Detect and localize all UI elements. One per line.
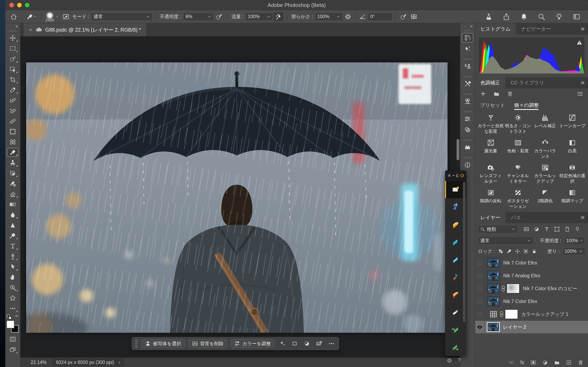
dock-grip[interactable] (463, 93, 472, 95)
lock-paint-icon[interactable] (507, 249, 512, 254)
brush-preset-button[interactable] (25, 12, 38, 22)
screen-mode-button[interactable] (7, 345, 18, 354)
layer-styles-fx-icon[interactable]: fx (520, 359, 524, 365)
adjustments-sliders-panel-button[interactable] (462, 114, 473, 124)
adjustment-gradient-map[interactable]: 階調マップ (559, 189, 586, 209)
dock-grip[interactable] (463, 58, 472, 60)
adjustment-photo-filter[interactable]: レンズフィルター (477, 164, 504, 184)
help-icon[interactable]: ? (458, 357, 461, 364)
adjustment-hue-saturation[interactable]: 色相・彩度 (504, 139, 531, 159)
layer-filter-select[interactable]: 種類 (478, 225, 518, 233)
quick-mask-button[interactable] (7, 334, 18, 343)
generative-panel-button[interactable] (462, 44, 473, 53)
move-tool[interactable] (7, 33, 18, 42)
panel-menu-icon[interactable] (580, 26, 586, 31)
panel-layout-icon[interactable] (456, 173, 460, 178)
dock-grip[interactable] (463, 30, 472, 31)
canvas-area[interactable]: 被写体を選択 背景を削除 カラーを調整 22.14% 9324 px x 600… (20, 36, 460, 367)
filter-pin-icon[interactable] (575, 226, 580, 232)
default-colors-icon[interactable] (7, 315, 11, 319)
add-image-button[interactable] (315, 339, 323, 348)
add-adjustment-plus-icon[interactable] (480, 91, 486, 97)
smoothing-select[interactable]: 100% (315, 13, 343, 21)
eye-icon[interactable] (477, 324, 483, 330)
tab-adjustments[interactable]: 色調補正 (475, 77, 505, 89)
path-selection-tool[interactable] (7, 262, 18, 271)
airbrush-toggle-button[interactable] (273, 12, 284, 22)
tab-histogram[interactable]: ヒストグラム (475, 23, 516, 35)
type-tool[interactable] (7, 242, 18, 250)
toggle-brush-settings-button[interactable] (61, 12, 71, 22)
sharpen-tool[interactable] (7, 221, 18, 230)
lock-transparency-icon[interactable] (498, 249, 503, 254)
tab-layers[interactable]: レイヤー (475, 212, 506, 223)
canvas-vertical-scrollbar[interactable] (457, 139, 459, 160)
blend-panel-button[interactable] (462, 125, 473, 134)
shape-star-tool[interactable] (7, 293, 18, 302)
status-chevron-icon[interactable]: › (119, 360, 120, 365)
layer-name[interactable]: Nik 7 Color Efex (503, 299, 537, 304)
plugin-panel-scrollbar[interactable] (463, 182, 466, 322)
transform-warp-button[interactable] (290, 339, 299, 348)
adjustment-posterize[interactable]: ポスタリゼーション (504, 189, 531, 209)
color-mixer-panel-button[interactable] (462, 97, 473, 106)
blend-mode-select[interactable]: 通常 (91, 13, 153, 21)
brush-angle-field[interactable]: 0° (368, 13, 392, 21)
layer-blend-mode-select[interactable]: 通常 (478, 236, 534, 245)
layer-name[interactable]: Nik 7 Color Efex (503, 260, 537, 266)
add-layer-mask-icon[interactable] (530, 360, 536, 365)
history-panel-button[interactable] (462, 33, 473, 42)
home-button[interactable] (9, 12, 19, 22)
toolbar-grip[interactable] (8, 30, 17, 32)
zoom-level-field[interactable]: 22.14% (31, 360, 47, 365)
dock-grip[interactable] (463, 140, 472, 141)
layer-row[interactable]: カラールックアップ 1 (475, 308, 588, 321)
collapse-toolbar-button[interactable]: » (5, 23, 20, 29)
gradient-tool[interactable] (7, 200, 18, 209)
opacity-select[interactable]: 6% (183, 13, 214, 21)
plugin-item-sharpener-arrow-out[interactable] (445, 338, 466, 356)
adjustment-color-balance[interactable]: カラーバランス (532, 139, 559, 159)
context-bar-grip[interactable] (135, 339, 138, 348)
new-group-icon[interactable] (554, 360, 560, 365)
document-size-status[interactable]: 9324 px x 6000 px (300 ppi) › (52, 359, 124, 366)
new-layer-icon[interactable] (566, 360, 572, 365)
info-panel-button[interactable] (462, 160, 473, 170)
adjustment-black-white[interactable]: 白黒 (559, 139, 586, 159)
visibility-toggle[interactable] (475, 257, 484, 269)
clone-stamp-tool[interactable] (7, 158, 18, 167)
layer-name[interactable]: Nik 7 Color Efex のコピー (523, 285, 577, 292)
new-group-folder-icon[interactable] (493, 91, 500, 97)
smoothing-options-gear-button[interactable] (343, 12, 353, 22)
layer-mask-thumbnail[interactable] (505, 309, 518, 319)
plugins-panel-button[interactable] (462, 143, 473, 152)
tab-navigator[interactable]: ナビゲーター (516, 23, 556, 35)
layer-mask-link-icon[interactable] (500, 311, 504, 317)
panel-menu-icon[interactable] (580, 80, 586, 85)
share-button[interactable] (501, 12, 512, 22)
layer-opacity-field[interactable]: 100% (564, 237, 585, 244)
beta-flask-button[interactable] (484, 12, 494, 22)
eraser-tool[interactable] (7, 189, 18, 198)
filter-type-layers-icon[interactable] (544, 226, 550, 232)
visibility-toggle[interactable] (475, 269, 484, 282)
more-options-ellipsis-button[interactable] (327, 339, 336, 348)
adjustment-color-lookup[interactable]: カラールックアップ (532, 164, 559, 184)
filter-shape-layers-icon[interactable] (554, 226, 560, 232)
rectangular-marquee-tool[interactable] (7, 44, 18, 53)
discover-bulb-button[interactable] (554, 12, 564, 22)
subtab-presets[interactable]: プリセット (480, 99, 505, 111)
adjustment-brightness-contrast[interactable]: 明るさ・コントラスト (504, 114, 531, 134)
pen-tool[interactable] (7, 252, 18, 261)
filter-pixel-layers-icon[interactable] (523, 226, 529, 232)
foreground-background-swatches[interactable] (7, 321, 18, 333)
remove-crossed-tool[interactable] (7, 137, 18, 146)
size-pressure-button[interactable] (398, 12, 408, 22)
close-document-icon[interactable]: × (29, 27, 32, 33)
swap-colors-icon[interactable] (13, 315, 18, 319)
blur-tool[interactable] (7, 210, 18, 219)
close-icon[interactable] (447, 173, 451, 178)
healing-brush-tool[interactable] (7, 117, 18, 125)
adjustment-vibrance[interactable]: カラーと自然な彩度 (477, 114, 504, 134)
notifications-bell-button[interactable] (519, 12, 529, 22)
